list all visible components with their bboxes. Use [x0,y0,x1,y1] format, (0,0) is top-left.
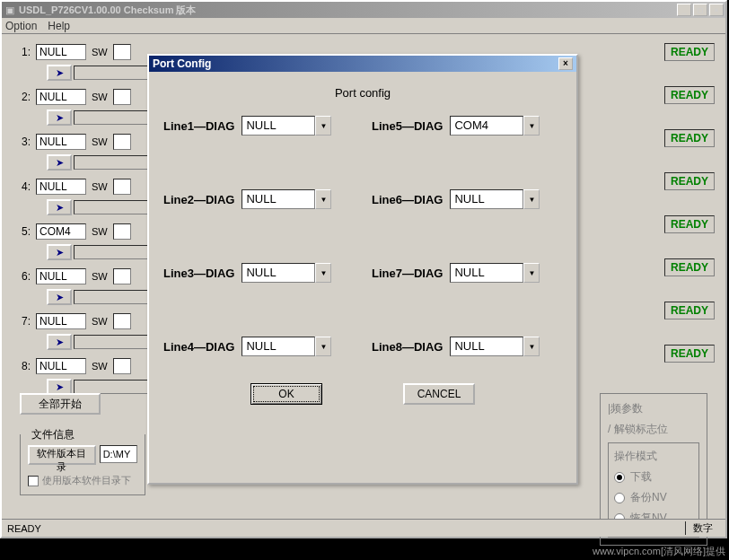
app-icon: ▣ [4,4,16,16]
row-number: 2: [11,91,31,103]
sw-field[interactable] [113,89,131,105]
line1-label: Line1—DIAG [163,119,234,133]
sw-field[interactable] [113,358,131,374]
go-button[interactable]: ➤ [47,244,72,260]
use-version-dir-checkbox[interactable] [28,476,39,486]
chevron-down-icon[interactable]: ▼ [523,116,540,136]
line8-combo[interactable]: NULL ▼ [450,337,540,356]
menu-option[interactable]: Option [5,20,37,32]
line3-label: Line3—DIAG [163,267,234,280]
chevron-down-icon[interactable]: ▼ [315,189,331,209]
window-title: USDL_P726CV1.00.00 Checksum 版本 [19,4,677,17]
line6-combo[interactable]: NULL ▼ [450,189,540,209]
line-grid: Line1—DIAG NULL ▼ Line5—DIAG COM4 ▼ Line… [163,116,562,356]
go-button[interactable]: ➤ [47,334,72,350]
line5-combo[interactable]: COM4 ▼ [450,116,540,136]
close-button[interactable]: × [709,4,724,16]
line6-label: Line6—DIAG [372,193,443,206]
ready-status: READY [664,345,715,363]
port-value[interactable]: NULL [36,179,86,195]
sw-field[interactable] [113,179,131,195]
sw-field[interactable] [113,44,131,60]
sw-version-dir-button[interactable]: 软件版本目录 [28,445,96,465]
go-button[interactable]: ➤ [47,154,72,171]
line4-value[interactable]: NULL [242,337,315,356]
sw-label: SW [92,271,108,282]
port-value[interactable]: NULL [36,44,86,60]
go-button[interactable]: ➤ [47,109,72,126]
radio-backup-label: 备份NV [630,490,667,505]
line8-value[interactable]: NULL [450,337,523,356]
line1-combo[interactable]: NULL ▼ [242,116,331,136]
ready-status: READY [664,86,715,104]
dialog-titlebar[interactable]: Port Config × [149,56,576,72]
file-path-field[interactable]: D:\MY [100,445,137,463]
sw-label: SW [92,316,108,327]
line3-combo[interactable]: NULL ▼ [242,263,331,283]
chevron-down-icon[interactable]: ▼ [523,189,540,209]
statusbar-left: READY [7,523,41,534]
line5-value[interactable]: COM4 [450,116,523,136]
line6-value[interactable]: NULL [450,189,523,209]
ok-button[interactable]: OK [250,383,322,405]
chevron-down-icon[interactable]: ▼ [523,337,540,356]
maximize-button[interactable]: □ [693,4,707,16]
sw-label: SW [92,92,108,102]
port-value[interactable]: NULL [36,313,86,329]
row-number: 6: [11,270,31,283]
ready-status: READY [664,302,715,319]
line5-label: Line5—DIAG [372,119,443,133]
line7-label: Line7—DIAG [372,267,443,280]
statusbar-right: 数字 [685,521,720,535]
bottom-left-panel: 全部开始 软件版本目录 D:\MY 使用版本软件目录下 [20,393,145,495]
start-all-button[interactable]: 全部开始 [20,393,101,415]
chevron-down-icon[interactable]: ▼ [315,263,331,283]
port-value[interactable]: NULL [36,268,86,284]
line1-value[interactable]: NULL [242,116,315,136]
cancel-button[interactable]: CANCEL [403,383,475,405]
sw-field[interactable] [113,268,131,284]
statusbar: READY 数字 [2,519,725,537]
port-value[interactable]: COM4 [36,223,86,240]
line7-value[interactable]: NULL [450,263,523,283]
row-number: 7: [11,315,31,328]
port-value[interactable]: NULL [36,358,86,374]
go-button[interactable]: ➤ [47,289,72,305]
sw-field[interactable] [113,313,131,329]
sw-label: SW [92,47,108,57]
dialog-subtitle: Port config [163,86,562,100]
go-button[interactable]: ➤ [47,199,72,215]
use-version-dir-label: 使用版本软件目录下 [42,474,131,487]
line4-label: Line4—DIAG [163,340,234,354]
menu-help[interactable]: Help [48,20,70,32]
titlebar: ▣ USDL_P726CV1.00.00 Checksum 版本 _ □ × [2,2,725,18]
line4-combo[interactable]: NULL ▼ [242,337,331,356]
sw-field[interactable] [113,223,131,240]
radio-backup-nv[interactable] [614,493,625,503]
minimize-button[interactable]: _ [677,4,691,16]
go-button[interactable]: ➤ [47,65,72,81]
line2-value[interactable]: NULL [242,189,315,209]
radio-download-label: 下载 [630,469,652,485]
dialog-title: Port Config [153,57,558,70]
line2-combo[interactable]: NULL ▼ [242,189,331,209]
radio-download[interactable] [614,472,625,483]
chevron-down-icon[interactable]: ▼ [315,337,331,356]
sw-label: SW [92,226,108,237]
right-panel-text1: |频参数 [608,401,699,416]
ready-status: READY [664,172,715,190]
port-value[interactable]: NULL [36,89,86,105]
row-number: 8: [11,360,31,372]
line3-value[interactable]: NULL [242,263,315,283]
dialog-close-button[interactable]: × [558,57,573,70]
line7-combo[interactable]: NULL ▼ [450,263,540,283]
chevron-down-icon[interactable]: ▼ [523,263,540,283]
op-mode-label: 操作模式 [614,449,693,464]
line2-label: Line2—DIAG [163,193,234,206]
row-number: 1: [11,46,31,58]
sw-field[interactable] [113,134,131,150]
port-value[interactable]: NULL [36,134,86,150]
chevron-down-icon[interactable]: ▼ [315,116,331,136]
sw-label: SW [92,136,108,147]
sw-label: SW [92,181,108,192]
